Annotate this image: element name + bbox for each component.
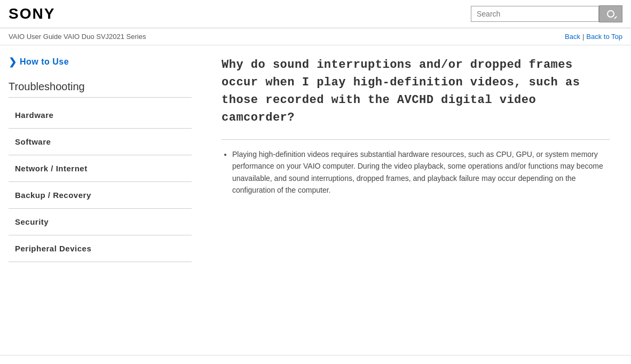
content-area: Why do sound interruptions and/or droppe… — [200, 45, 631, 355]
search-icon — [607, 10, 614, 18]
footer: © 2012 Sony Corporation — [0, 355, 631, 364]
sidebar: ❯ How to Use Troubleshooting Hardware So… — [0, 45, 200, 355]
article-body: Playing high-definition videos requires … — [222, 139, 610, 196]
sony-logo: SONY — [9, 5, 55, 22]
sidebar-item-software[interactable]: Software — [9, 129, 192, 155]
search-button[interactable] — [599, 5, 622, 22]
main-layout: ❯ How to Use Troubleshooting Hardware So… — [0, 45, 631, 355]
breadcrumb-bar: VAIO User Guide VAIO Duo SVJ2021 Series … — [0, 28, 631, 45]
nav-links: Back | Back to Top — [565, 33, 622, 41]
sidebar-item-hardware[interactable]: Hardware — [9, 102, 192, 129]
sidebar-item-network[interactable]: Network / Internet — [9, 155, 192, 182]
how-to-use-label: How to Use — [20, 57, 69, 67]
chevron-right-icon: ❯ — [9, 56, 17, 68]
back-link[interactable]: Back — [565, 33, 580, 41]
guide-title: VAIO User Guide VAIO Duo SVJ2021 Series — [9, 33, 146, 41]
sidebar-item-backup[interactable]: Backup / Recovery — [9, 182, 192, 209]
article-body-point: Playing high-definition videos requires … — [232, 148, 610, 196]
how-to-use-link[interactable]: ❯ How to Use — [9, 56, 192, 68]
nav-separator: | — [582, 33, 584, 41]
troubleshooting-header: Troubleshooting — [9, 81, 192, 98]
header: SONY — [0, 0, 631, 28]
sidebar-item-peripheral[interactable]: Peripheral Devices — [9, 235, 192, 262]
search-input[interactable] — [471, 6, 599, 22]
sidebar-item-security[interactable]: Security — [9, 209, 192, 235]
search-container — [471, 5, 622, 22]
back-to-top-link[interactable]: Back to Top — [586, 33, 622, 41]
article-title: Why do sound interruptions and/or droppe… — [222, 56, 610, 126]
